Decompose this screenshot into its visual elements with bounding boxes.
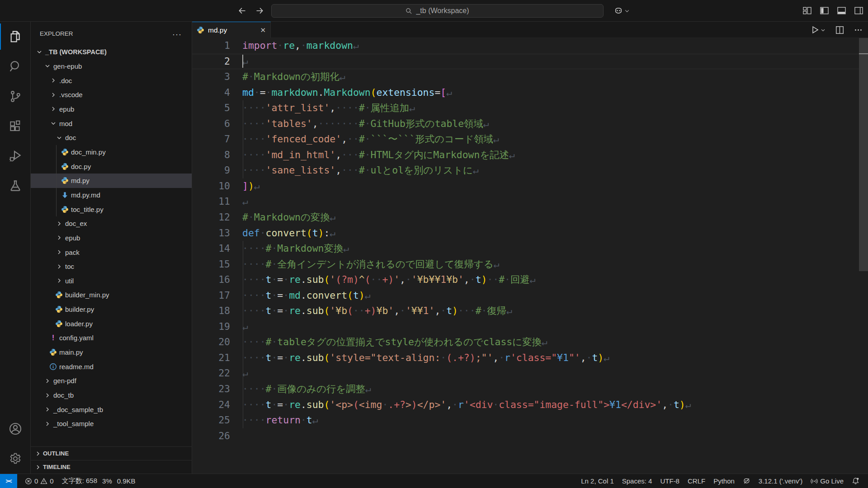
code-line: 17····t·=·md.convert(t)↵ (192, 288, 868, 304)
editor-scrollbar[interactable] (859, 38, 868, 271)
tree-item-doc.py[interactable]: doc.py (31, 159, 192, 174)
chevron-right-icon (43, 406, 51, 413)
tree-item-.doc[interactable]: .doc (31, 73, 192, 88)
charcount-status[interactable]: 文字数: 658 3% 0.9KB (58, 477, 140, 485)
tree-item-config.yaml[interactable]: !config.yaml (31, 331, 192, 345)
python-icon (61, 177, 69, 184)
python-icon (55, 320, 63, 328)
tree-item-epub[interactable]: epub (31, 102, 192, 117)
copilot-disabled-icon (743, 477, 750, 485)
toggle-sidebar-icon[interactable] (820, 6, 829, 15)
tree-item-_TB (WORKSPACE)[interactable]: _TB (WORKSPACE) (31, 45, 192, 59)
forward-arrow-icon[interactable] (255, 6, 265, 16)
back-arrow-icon[interactable] (237, 6, 247, 16)
code-line: 11↵ (192, 194, 868, 210)
tree-item-doc[interactable]: doc (31, 131, 192, 145)
code-line: 24····t·=·re.sub('<p>(<img·.+?>)</p>',·r… (192, 397, 868, 413)
settings-button[interactable] (0, 444, 31, 474)
toggle-panel-icon[interactable] (837, 6, 846, 15)
copilot-icon (614, 6, 623, 15)
gear-icon (8, 451, 23, 466)
tree-item-toc[interactable]: toc (31, 259, 192, 274)
tree-item-md.py[interactable]: md.py (31, 174, 192, 188)
chevron-right-icon (49, 91, 57, 99)
code-line: 9····'sane_lists',···#·ulとolを別のリストに↵ (192, 163, 868, 178)
run-debug-tab[interactable] (0, 141, 31, 171)
search-tab[interactable] (0, 52, 31, 81)
golive-status[interactable]: Go Live (807, 477, 848, 485)
toggle-secondary-sidebar-icon[interactable] (854, 6, 863, 15)
code-line: 14····#·Markdown変換↵ (192, 241, 868, 257)
tree-item-doc_ex[interactable]: doc_ex (31, 216, 192, 231)
line-col-status[interactable]: Ln 2, Col 1 (577, 477, 618, 485)
split-editor-icon[interactable] (835, 26, 844, 34)
spaces-status[interactable]: Spaces: 4 (618, 477, 656, 485)
copilot-status[interactable] (739, 477, 755, 485)
chevron-right-icon (49, 77, 57, 84)
account-button[interactable] (0, 414, 31, 444)
title-bar: _tb (Workspace) (0, 0, 868, 22)
tab-md-py[interactable]: md.py ✕ (192, 22, 271, 38)
search-value: _tb (Workspace) (416, 7, 469, 15)
testing-tab[interactable] (0, 171, 31, 201)
tab-close-icon[interactable]: ✕ (260, 26, 266, 34)
language-status[interactable]: Python (709, 477, 739, 485)
tree-item-pack[interactable]: pack (31, 245, 192, 259)
code-line: 21····t·=·re.sub('style="text-align:·(.+… (192, 350, 868, 366)
python-icon (197, 26, 204, 34)
tree-item-util[interactable]: util (31, 274, 192, 288)
code-editor[interactable]: 1import·re,·markdown↵2↵3#·Markdownの初期化↵4… (192, 38, 868, 474)
tree-item-_doc_sample_tb[interactable]: _doc_sample_tb (31, 402, 192, 417)
problems-status[interactable]: 0 0 (21, 477, 58, 485)
customize-layout-icon[interactable] (802, 6, 812, 15)
encoding-status[interactable]: UTF-8 (656, 477, 684, 485)
extensions-icon (8, 119, 23, 133)
tree-item-readme.md[interactable]: readme.md (31, 359, 192, 374)
overview-ruler-cursor (859, 53, 868, 54)
tree-item-.vscode[interactable]: .vscode (31, 88, 192, 102)
chevron-right-icon (55, 263, 63, 270)
more-actions-icon[interactable]: ··· (172, 30, 182, 39)
search-icon (8, 59, 23, 74)
tree-item-builder_min.py[interactable]: builder_min.py (31, 288, 192, 302)
tree-item-gen-epub[interactable]: gen-epub (31, 59, 192, 74)
tree-item-_tool_sample[interactable]: _tool_sample (31, 417, 192, 431)
tree-item-toc_title.py[interactable]: toc_title.py (31, 202, 192, 216)
code-line: 6····'tables',·······#·GitHub形式のtable領域↵ (192, 116, 868, 132)
tree-item-gen-pdf[interactable]: gen-pdf (31, 374, 192, 388)
tree-item-doc_tb[interactable]: doc_tb (31, 388, 192, 403)
chevron-down-icon (55, 134, 63, 141)
python-icon (55, 305, 63, 313)
timeline-section[interactable]: TIMELINE (31, 460, 192, 474)
tree-item-md.py.md[interactable]: md.py.md (31, 188, 192, 202)
python-icon (61, 163, 69, 170)
warning-count: 0 (50, 477, 53, 485)
python-icon (61, 148, 69, 156)
run-python-file-icon[interactable] (811, 25, 820, 34)
tree-item-loader.py[interactable]: loader.py (31, 316, 192, 331)
run-dropdown-icon[interactable] (821, 28, 826, 33)
explorer-tab[interactable] (0, 22, 31, 52)
editor-more-actions-icon[interactable] (854, 26, 863, 34)
tree-item-mod[interactable]: mod (31, 116, 192, 131)
source-control-tab[interactable] (0, 81, 31, 111)
tree-item-doc_min.py[interactable]: doc_min.py (31, 145, 192, 160)
bell-dot-icon (852, 477, 859, 485)
extensions-tab[interactable] (0, 111, 31, 141)
eol-status[interactable]: CRLF (684, 477, 709, 485)
copilot-menu[interactable] (614, 6, 630, 15)
outline-section[interactable]: OUTLINE (31, 446, 192, 460)
command-center-search[interactable]: _tb (Workspace) (271, 4, 604, 18)
remote-indicator[interactable]: >< (0, 474, 17, 488)
percent: 3% (102, 477, 112, 485)
tree-item-builder.py[interactable]: builder.py (31, 302, 192, 317)
notifications-status[interactable] (848, 477, 863, 485)
run-debug-icon (8, 149, 23, 163)
tree-item-epub[interactable]: epub (31, 231, 192, 245)
chevron-right-icon (55, 249, 63, 256)
python-interpreter-status[interactable]: 3.12.1 ('.venv') (755, 477, 807, 485)
code-line: 26 (192, 428, 868, 444)
code-line: 16····t·=·re.sub('(?m)^(··+)',·'¥b¥¥1¥b'… (192, 272, 868, 288)
tree-item-main.py[interactable]: main.py (31, 345, 192, 360)
markdown-download-icon (61, 191, 69, 199)
